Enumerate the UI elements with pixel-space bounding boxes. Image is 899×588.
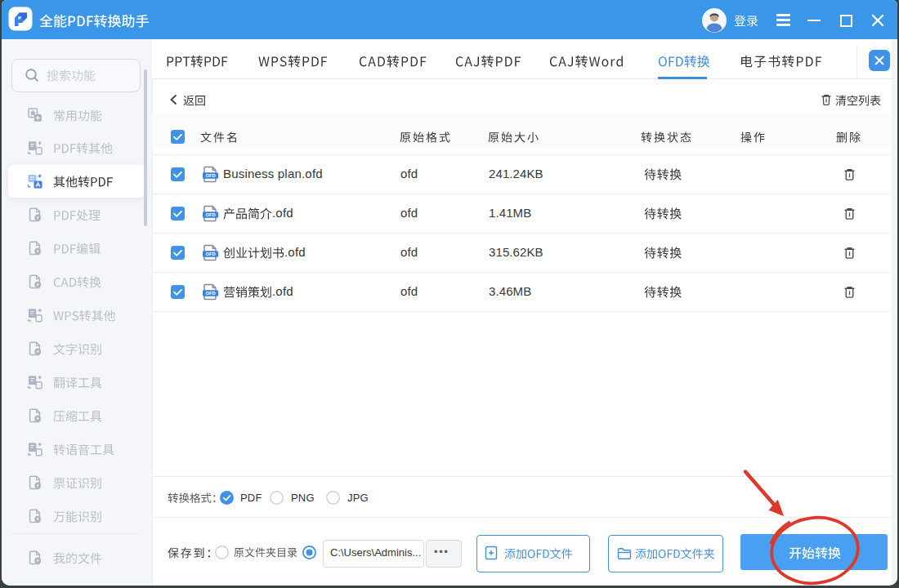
svg-text:OFD: OFD	[205, 290, 215, 295]
svg-text:OFD: OFD	[205, 172, 215, 177]
svg-text:OFD: OFD	[205, 251, 215, 256]
svg-text:OFD: OFD	[205, 212, 215, 216]
